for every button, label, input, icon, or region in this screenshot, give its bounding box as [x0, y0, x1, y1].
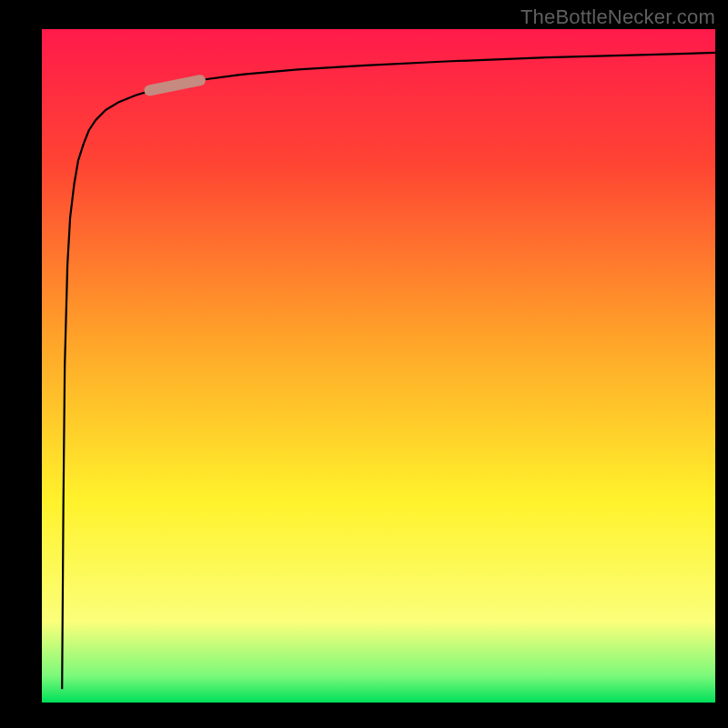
- chart-background: [42, 29, 715, 703]
- chart-svg: [42, 29, 715, 703]
- watermark-text: TheBottleNecker.com: [521, 5, 715, 29]
- chart-plot-area: [42, 29, 715, 703]
- canvas: TheBottleNecker.com: [0, 0, 728, 728]
